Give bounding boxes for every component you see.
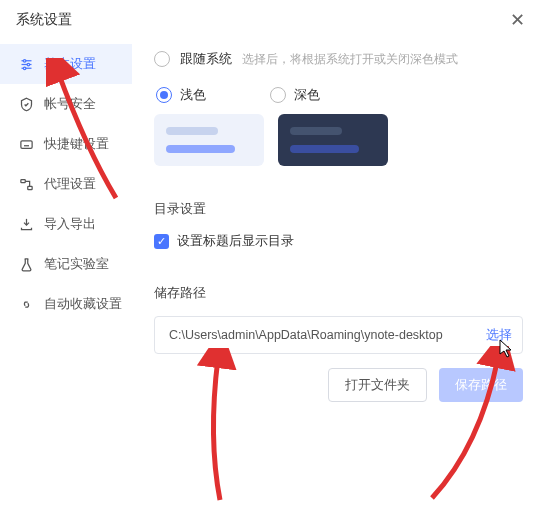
lab-icon <box>18 256 34 272</box>
storage-path-field: C:\Users\admin\AppData\Roaming\ynote-des… <box>154 316 523 354</box>
svg-point-5 <box>23 67 26 70</box>
sidebar-item-label: 快捷键设置 <box>44 135 109 153</box>
theme-follow-hint: 选择后，将根据系统打开或关闭深色模式 <box>242 51 458 68</box>
radio-dark[interactable] <box>270 87 286 103</box>
theme-light-label: 浅色 <box>180 86 206 104</box>
sidebar-item-proxy[interactable]: 代理设置 <box>0 164 132 204</box>
sidebar-item-label: 导入导出 <box>44 215 96 233</box>
sidebar-item-label: 基本设置 <box>44 55 96 73</box>
theme-preview-light[interactable] <box>154 114 264 166</box>
sidebar-item-shortcuts[interactable]: 快捷键设置 <box>0 124 132 164</box>
save-path-button[interactable]: 保存路径 <box>439 368 523 402</box>
sidebar-item-import-export[interactable]: 导入导出 <box>0 204 132 244</box>
checkbox-show-directory[interactable]: ✓ <box>154 234 169 249</box>
sidebar-item-security[interactable]: 帐号安全 <box>0 84 132 124</box>
sidebar-item-basic[interactable]: 基本设置 <box>0 44 132 84</box>
checkbox-label: 设置标题后显示目录 <box>177 232 294 250</box>
sidebar-item-label: 代理设置 <box>44 175 96 193</box>
preview-bar <box>290 127 342 135</box>
preview-bar <box>166 145 235 153</box>
theme-preview-dark[interactable] <box>278 114 388 166</box>
svg-rect-6 <box>20 140 31 148</box>
page-title: 系统设置 <box>16 11 72 29</box>
content: 跟随系统 选择后，将根据系统打开或关闭深色模式 浅色 深色 目录设置 <box>132 38 543 515</box>
link-icon <box>18 296 34 312</box>
proxy-icon <box>18 176 34 192</box>
preview-bar <box>166 127 218 135</box>
keyboard-icon <box>18 136 34 152</box>
svg-rect-12 <box>27 186 31 189</box>
sidebar-item-label: 笔记实验室 <box>44 255 109 273</box>
close-icon: ✕ <box>510 9 525 31</box>
theme-choice-dark[interactable]: 深色 <box>270 86 320 104</box>
select-path-button[interactable]: 选择 <box>478 326 512 344</box>
radio-light[interactable] <box>156 87 172 103</box>
storage-path-text: C:\Users\admin\AppData\Roaming\ynote-des… <box>169 328 478 342</box>
section-title-storage: 储存路径 <box>154 284 523 302</box>
open-folder-button[interactable]: 打开文件夹 <box>328 368 427 402</box>
preview-bar <box>290 145 359 153</box>
theme-follow-label: 跟随系统 <box>180 50 232 68</box>
sliders-icon <box>18 56 34 72</box>
sidebar-item-label: 自动收藏设置 <box>44 295 122 313</box>
svg-point-4 <box>27 63 30 66</box>
shield-icon <box>18 96 34 112</box>
close-button[interactable]: ✕ <box>507 10 527 30</box>
sidebar-item-lab[interactable]: 笔记实验室 <box>0 244 132 284</box>
section-title-directory: 目录设置 <box>154 200 523 218</box>
sidebar: 基本设置 帐号安全 快捷键设置 代理设置 导入导出 <box>0 38 132 515</box>
import-export-icon <box>18 216 34 232</box>
sidebar-item-label: 帐号安全 <box>44 95 96 113</box>
theme-dark-label: 深色 <box>294 86 320 104</box>
svg-rect-11 <box>20 179 24 182</box>
theme-choice-light[interactable]: 浅色 <box>156 86 206 104</box>
svg-point-3 <box>23 59 26 62</box>
check-icon: ✓ <box>157 235 166 248</box>
radio-follow-system[interactable] <box>154 51 170 67</box>
sidebar-item-auto-collect[interactable]: 自动收藏设置 <box>0 284 132 324</box>
